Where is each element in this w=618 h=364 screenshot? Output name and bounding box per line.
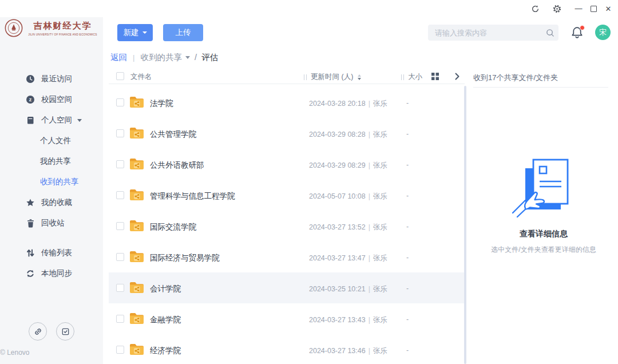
file-name: 公共外语教研部 (150, 160, 204, 171)
file-owner: 张乐 (373, 223, 387, 231)
grid-view-button[interactable] (431, 72, 439, 82)
file-updated: 2024-03-28 20:18|张乐 (309, 99, 387, 109)
breadcrumb-parent-label: 收到的共享 (140, 52, 182, 63)
file-updated: 2024-03-29 08:29|张乐 (309, 161, 387, 171)
row-checkbox[interactable] (116, 346, 124, 354)
owner-separator: | (369, 161, 370, 169)
table-row[interactable]: 会计学院 2024-03-25 10:21|张乐 - (109, 272, 465, 303)
sidebar-item-received-shares[interactable]: 收到的共享 (0, 172, 103, 192)
view-details-title: 查看详细信息 (469, 229, 618, 239)
star-icon (26, 198, 35, 207)
shared-folder-icon (129, 281, 144, 296)
sort-toggle[interactable] (358, 74, 361, 80)
sidebar-item-local-sync[interactable]: 本地同步 (0, 263, 103, 284)
university-logo: 吉林财经大学 JILIN UNIVERSITY OF FINANCE AND E… (0, 18, 103, 38)
notebook-icon (26, 116, 35, 125)
sidebar-item-recent[interactable]: 最近访问 (0, 69, 103, 89)
sidebar-item-label: 个人空间 (41, 115, 72, 125)
table-row[interactable]: 法学院 2024-03-28 20:18|张乐 - (109, 87, 465, 118)
file-size: - (406, 99, 409, 107)
owner-separator: | (369, 223, 370, 231)
sidebar-item-label: 我的共享 (40, 156, 71, 167)
column-resize-handle (401, 74, 404, 80)
owner-separator: | (369, 316, 370, 324)
refresh-button[interactable] (528, 1, 542, 16)
file-owner: 张乐 (373, 347, 387, 355)
shared-folder-icon (129, 219, 144, 235)
file-name: 管理科学与信息工程学院 (150, 191, 235, 201)
chevron-down-icon (185, 56, 190, 59)
table-row[interactable]: 国际交流学院 2024-03-27 13:52|张乐 - (109, 211, 465, 242)
breadcrumb-separator: | (133, 53, 134, 62)
row-checkbox[interactable] (116, 284, 124, 292)
sidebar-item-transfer-list[interactable]: 传输列表 (0, 243, 103, 263)
file-owner: 张乐 (373, 316, 387, 324)
row-checkbox[interactable] (116, 160, 124, 168)
owner-separator: | (369, 130, 370, 139)
breadcrumb-parent-link[interactable]: 收到的共享 (140, 52, 190, 63)
row-checkbox[interactable] (116, 98, 124, 106)
breadcrumb-back-link[interactable]: 返回 (110, 52, 127, 63)
search-box (428, 25, 558, 41)
column-header-name: 文件名 (130, 72, 152, 82)
details-empty-illustration (504, 156, 584, 217)
settings-button[interactable] (549, 1, 564, 16)
column-header-size: 大小 (401, 72, 422, 82)
minimize-button[interactable]: — (571, 1, 586, 16)
link-icon (33, 327, 43, 337)
file-size: - (406, 130, 409, 138)
row-checkbox[interactable] (116, 315, 124, 323)
table-row[interactable]: 公共外语教研部 2024-03-29 08:29|张乐 - (109, 149, 465, 180)
maximize-button[interactable] (586, 1, 601, 16)
sidebar-item-campus[interactable]: z 校园空间 (0, 89, 103, 110)
file-updated-date: 2024-03-29 08:28 (309, 130, 366, 139)
share-summary: 收到17个共享文件/文件夹 (473, 73, 558, 83)
search-icon[interactable] (541, 25, 558, 41)
share-link-button[interactable] (29, 322, 47, 341)
breadcrumb: 返回 | 收到的共享 / 评估 (110, 52, 218, 63)
upload-button[interactable]: 上传 (163, 24, 203, 41)
sidebar-item-personal-space[interactable]: 个人空间 (0, 110, 103, 130)
sidebar-item-my-shares[interactable]: 我的共享 (0, 151, 103, 172)
chevron-down-icon (77, 119, 82, 122)
file-size: - (406, 254, 409, 262)
close-glyph: ✕ (605, 5, 612, 13)
approval-icon (61, 327, 70, 337)
minimize-glyph: — (575, 6, 583, 11)
collapse-panel-button[interactable] (454, 72, 460, 82)
select-all-checkbox[interactable] (116, 72, 124, 80)
row-checkbox[interactable] (116, 222, 124, 230)
file-size: - (406, 284, 409, 292)
row-checkbox[interactable] (116, 129, 124, 137)
owner-separator: | (369, 100, 370, 108)
column-header-updated: 更新时间 (人) (304, 72, 361, 82)
table-row[interactable]: 管理科学与信息工程学院 2024-05-07 10:08|张乐 - (109, 180, 465, 211)
new-button[interactable]: 新建 (117, 24, 153, 41)
file-owner: 张乐 (373, 130, 387, 139)
copyright-text: © Lenovo (0, 349, 103, 357)
row-checkbox[interactable] (116, 191, 124, 199)
file-updated: 2024-03-27 13:43|张乐 (309, 315, 387, 325)
close-button[interactable]: ✕ (601, 1, 616, 16)
search-input[interactable] (428, 29, 541, 37)
transfer-icon (26, 248, 35, 258)
shared-folder-icon (129, 343, 144, 358)
file-size: - (406, 192, 409, 200)
sidebar-item-favorites[interactable]: 我的收藏 (0, 192, 103, 213)
table-row[interactable]: 金融学院 2024-03-27 13:43|张乐 - (109, 303, 465, 334)
row-checkbox[interactable] (116, 253, 124, 261)
sidebar-item-personal-files[interactable]: 个人文件 (0, 130, 103, 151)
file-updated-date: 2024-05-07 10:08 (309, 192, 366, 200)
sidebar-item-label: 回收站 (41, 218, 65, 228)
sidebar-item-recycle-bin[interactable]: 回收站 (0, 213, 103, 234)
approval-button[interactable] (56, 322, 74, 341)
table-row[interactable]: 国际经济与贸易学院 2024-03-27 13:47|张乐 - (109, 242, 465, 272)
notifications-button[interactable] (571, 26, 585, 41)
file-updated: 2024-05-07 10:08|张乐 (309, 192, 387, 201)
table-row[interactable]: 公共管理学院 2024-03-29 08:28|张乐 - (109, 118, 465, 149)
panel-divider (473, 87, 608, 88)
shared-folder-icon (129, 96, 144, 111)
avatar[interactable]: 宋 (595, 25, 611, 40)
table-row[interactable]: 经济学院 2024-03-27 13:46|张乐 - (109, 334, 465, 364)
list-scrollbar[interactable] (464, 86, 466, 364)
